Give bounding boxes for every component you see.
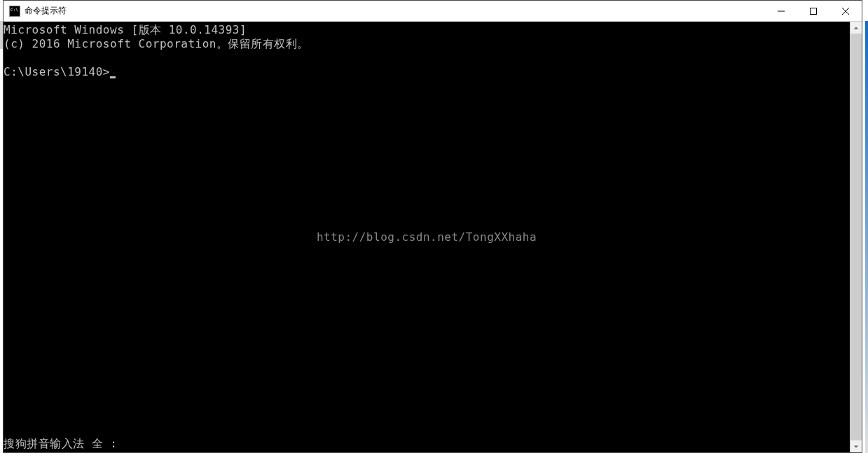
window-title: 命令提示符 bbox=[25, 5, 765, 17]
terminal-cursor bbox=[110, 76, 116, 78]
close-icon bbox=[842, 8, 849, 15]
terminal-content[interactable]: Microsoft Windows [版本 10.0.14393](c) 201… bbox=[4, 22, 850, 452]
maximize-icon bbox=[810, 8, 817, 15]
minimize-icon bbox=[778, 8, 785, 15]
terminal-body: Microsoft Windows [版本 10.0.14393](c) 201… bbox=[4, 22, 862, 452]
terminal-prompt-line: C:\Users\19140> bbox=[4, 65, 850, 79]
window-controls bbox=[765, 1, 862, 21]
minimize-button[interactable] bbox=[765, 1, 797, 21]
watermark-text: http://blog.csdn.net/TongXXhaha bbox=[317, 230, 537, 244]
background-edge-right bbox=[865, 21, 868, 453]
scroll-thumb[interactable] bbox=[850, 34, 862, 440]
terminal-line-version: Microsoft Windows [版本 10.0.14393] bbox=[4, 23, 850, 37]
scroll-down-button[interactable] bbox=[850, 440, 862, 452]
maximize-button[interactable] bbox=[797, 1, 829, 21]
vertical-scrollbar[interactable] bbox=[850, 22, 862, 452]
terminal-prompt: C:\Users\19140> bbox=[4, 65, 110, 78]
terminal-line-copyright: (c) 2016 Microsoft Corporation。保留所有权利。 bbox=[4, 37, 850, 51]
scroll-track[interactable] bbox=[850, 34, 862, 440]
scroll-up-button[interactable] bbox=[850, 22, 862, 34]
close-button[interactable] bbox=[829, 1, 862, 21]
cmd-icon bbox=[9, 6, 20, 17]
chevron-up-icon bbox=[853, 25, 859, 31]
titlebar[interactable]: 命令提示符 bbox=[4, 1, 862, 22]
svg-rect-1 bbox=[811, 8, 817, 14]
ime-status: 搜狗拼音输入法 全 : bbox=[4, 437, 117, 451]
terminal-blank-line bbox=[4, 51, 850, 65]
command-prompt-window: 命令提示符 Microsoft Windows [版本 10.0.14393](… bbox=[3, 0, 862, 453]
chevron-down-icon bbox=[853, 444, 859, 449]
